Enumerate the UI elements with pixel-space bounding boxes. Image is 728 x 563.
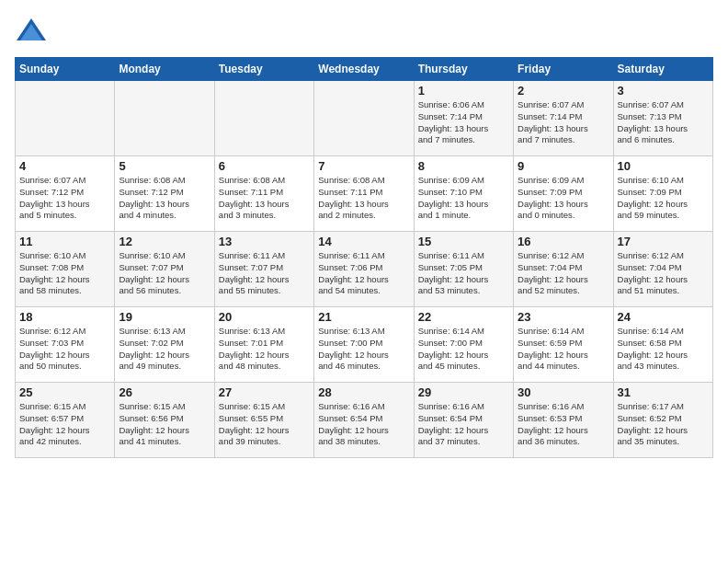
calendar-cell bbox=[115, 81, 214, 156]
weekday-header: Thursday bbox=[414, 58, 513, 81]
day-number: 26 bbox=[119, 385, 210, 399]
header-row: SundayMondayTuesdayWednesdayThursdayFrid… bbox=[16, 58, 713, 81]
day-info: Sunrise: 6:14 AMSunset: 7:00 PMDaylight:… bbox=[418, 326, 509, 373]
calendar-cell: 19Sunrise: 6:13 AMSunset: 7:02 PMDayligh… bbox=[115, 307, 214, 383]
page-container: SundayMondayTuesdayWednesdayThursdayFrid… bbox=[0, 0, 728, 465]
day-info: Sunrise: 6:10 AMSunset: 7:09 PMDaylight:… bbox=[618, 175, 709, 222]
day-info: Sunrise: 6:13 AMSunset: 7:01 PMDaylight:… bbox=[219, 326, 310, 373]
calendar-cell: 11Sunrise: 6:10 AMSunset: 7:08 PMDayligh… bbox=[16, 232, 115, 307]
calendar-cell: 3Sunrise: 6:07 AMSunset: 7:13 PMDaylight… bbox=[613, 81, 712, 156]
day-info: Sunrise: 6:16 AMSunset: 6:53 PMDaylight:… bbox=[518, 401, 609, 448]
calendar-cell: 17Sunrise: 6:12 AMSunset: 7:04 PMDayligh… bbox=[613, 232, 712, 307]
calendar-cell: 16Sunrise: 6:12 AMSunset: 7:04 PMDayligh… bbox=[514, 232, 613, 307]
day-number: 16 bbox=[518, 235, 609, 248]
calendar-cell bbox=[214, 81, 313, 156]
day-number: 9 bbox=[518, 159, 609, 173]
day-number: 20 bbox=[219, 310, 310, 324]
day-number: 23 bbox=[518, 310, 609, 324]
day-info: Sunrise: 6:15 AMSunset: 6:56 PMDaylight:… bbox=[119, 401, 210, 448]
calendar-cell: 1Sunrise: 6:06 AMSunset: 7:14 PMDaylight… bbox=[414, 81, 513, 156]
weekday-header: Tuesday bbox=[214, 58, 313, 81]
day-info: Sunrise: 6:11 AMSunset: 7:06 PMDaylight:… bbox=[318, 250, 409, 297]
day-number: 22 bbox=[418, 310, 509, 324]
calendar-cell: 26Sunrise: 6:15 AMSunset: 6:56 PMDayligh… bbox=[115, 383, 214, 458]
day-number: 7 bbox=[318, 159, 409, 173]
day-info: Sunrise: 6:15 AMSunset: 6:55 PMDaylight:… bbox=[219, 401, 310, 448]
calendar-cell: 28Sunrise: 6:16 AMSunset: 6:54 PMDayligh… bbox=[314, 383, 414, 458]
calendar-cell: 21Sunrise: 6:13 AMSunset: 7:00 PMDayligh… bbox=[314, 307, 414, 383]
calendar-week: 1Sunrise: 6:06 AMSunset: 7:14 PMDaylight… bbox=[16, 81, 713, 156]
day-info: Sunrise: 6:16 AMSunset: 6:54 PMDaylight:… bbox=[318, 401, 409, 448]
day-number: 24 bbox=[618, 310, 709, 324]
calendar-cell: 6Sunrise: 6:08 AMSunset: 7:11 PMDaylight… bbox=[214, 156, 313, 232]
day-number: 30 bbox=[518, 385, 609, 399]
day-number: 6 bbox=[219, 159, 310, 173]
calendar-cell: 25Sunrise: 6:15 AMSunset: 6:57 PMDayligh… bbox=[16, 383, 115, 458]
day-number: 8 bbox=[418, 159, 509, 173]
day-info: Sunrise: 6:12 AMSunset: 7:03 PMDaylight:… bbox=[19, 326, 110, 373]
calendar-cell: 22Sunrise: 6:14 AMSunset: 7:00 PMDayligh… bbox=[414, 307, 513, 383]
calendar-cell: 2Sunrise: 6:07 AMSunset: 7:14 PMDaylight… bbox=[514, 81, 613, 156]
weekday-header: Saturday bbox=[613, 58, 712, 81]
day-info: Sunrise: 6:08 AMSunset: 7:11 PMDaylight:… bbox=[219, 175, 310, 222]
calendar-cell: 18Sunrise: 6:12 AMSunset: 7:03 PMDayligh… bbox=[16, 307, 115, 383]
day-info: Sunrise: 6:08 AMSunset: 7:11 PMDaylight:… bbox=[318, 175, 409, 222]
calendar-cell: 30Sunrise: 6:16 AMSunset: 6:53 PMDayligh… bbox=[514, 383, 613, 458]
day-info: Sunrise: 6:15 AMSunset: 6:57 PMDaylight:… bbox=[19, 401, 110, 448]
day-info: Sunrise: 6:07 AMSunset: 7:14 PMDaylight:… bbox=[518, 99, 609, 146]
day-number: 31 bbox=[618, 385, 709, 399]
day-number: 21 bbox=[318, 310, 409, 324]
weekday-header: Monday bbox=[115, 58, 214, 81]
day-number: 27 bbox=[219, 385, 310, 399]
day-info: Sunrise: 6:12 AMSunset: 7:04 PMDaylight:… bbox=[518, 250, 609, 297]
calendar-cell: 7Sunrise: 6:08 AMSunset: 7:11 PMDaylight… bbox=[314, 156, 414, 232]
day-info: Sunrise: 6:10 AMSunset: 7:08 PMDaylight:… bbox=[19, 250, 110, 297]
calendar-cell: 15Sunrise: 6:11 AMSunset: 7:05 PMDayligh… bbox=[414, 232, 513, 307]
day-number: 11 bbox=[19, 235, 110, 248]
weekday-header: Friday bbox=[514, 58, 613, 81]
logo bbox=[15, 15, 51, 48]
day-number: 5 bbox=[119, 159, 210, 173]
day-info: Sunrise: 6:17 AMSunset: 6:52 PMDaylight:… bbox=[618, 401, 709, 448]
day-number: 3 bbox=[618, 84, 709, 98]
day-info: Sunrise: 6:12 AMSunset: 7:04 PMDaylight:… bbox=[618, 250, 709, 297]
page-header bbox=[15, 15, 713, 48]
calendar-cell bbox=[314, 81, 414, 156]
day-info: Sunrise: 6:16 AMSunset: 6:54 PMDaylight:… bbox=[418, 401, 509, 448]
calendar-cell: 24Sunrise: 6:14 AMSunset: 6:58 PMDayligh… bbox=[613, 307, 712, 383]
day-info: Sunrise: 6:13 AMSunset: 7:00 PMDaylight:… bbox=[318, 326, 409, 373]
calendar-week: 18Sunrise: 6:12 AMSunset: 7:03 PMDayligh… bbox=[16, 307, 713, 383]
day-info: Sunrise: 6:13 AMSunset: 7:02 PMDaylight:… bbox=[119, 326, 210, 373]
day-number: 4 bbox=[19, 159, 110, 173]
calendar-header: SundayMondayTuesdayWednesdayThursdayFrid… bbox=[16, 58, 713, 81]
day-info: Sunrise: 6:06 AMSunset: 7:14 PMDaylight:… bbox=[418, 99, 509, 146]
calendar-week: 11Sunrise: 6:10 AMSunset: 7:08 PMDayligh… bbox=[16, 232, 713, 307]
calendar-cell: 27Sunrise: 6:15 AMSunset: 6:55 PMDayligh… bbox=[214, 383, 313, 458]
calendar-table: SundayMondayTuesdayWednesdayThursdayFrid… bbox=[15, 57, 713, 458]
day-info: Sunrise: 6:07 AMSunset: 7:13 PMDaylight:… bbox=[618, 99, 709, 146]
day-number: 14 bbox=[318, 235, 409, 248]
day-number: 28 bbox=[318, 385, 409, 399]
day-info: Sunrise: 6:11 AMSunset: 7:05 PMDaylight:… bbox=[418, 250, 509, 297]
calendar-cell: 20Sunrise: 6:13 AMSunset: 7:01 PMDayligh… bbox=[214, 307, 313, 383]
calendar-cell: 9Sunrise: 6:09 AMSunset: 7:09 PMDaylight… bbox=[514, 156, 613, 232]
calendar-cell bbox=[16, 81, 115, 156]
calendar-cell: 5Sunrise: 6:08 AMSunset: 7:12 PMDaylight… bbox=[115, 156, 214, 232]
calendar-week: 25Sunrise: 6:15 AMSunset: 6:57 PMDayligh… bbox=[16, 383, 713, 458]
day-number: 25 bbox=[19, 385, 110, 399]
calendar-cell: 10Sunrise: 6:10 AMSunset: 7:09 PMDayligh… bbox=[613, 156, 712, 232]
calendar-cell: 4Sunrise: 6:07 AMSunset: 7:12 PMDaylight… bbox=[16, 156, 115, 232]
day-info: Sunrise: 6:10 AMSunset: 7:07 PMDaylight:… bbox=[119, 250, 210, 297]
calendar-cell: 29Sunrise: 6:16 AMSunset: 6:54 PMDayligh… bbox=[414, 383, 513, 458]
day-number: 17 bbox=[618, 235, 709, 248]
day-info: Sunrise: 6:07 AMSunset: 7:12 PMDaylight:… bbox=[19, 175, 110, 222]
day-info: Sunrise: 6:14 AMSunset: 6:59 PMDaylight:… bbox=[518, 326, 609, 373]
calendar-cell: 13Sunrise: 6:11 AMSunset: 7:07 PMDayligh… bbox=[214, 232, 313, 307]
day-number: 15 bbox=[418, 235, 509, 248]
calendar-body: 1Sunrise: 6:06 AMSunset: 7:14 PMDaylight… bbox=[16, 81, 713, 458]
day-number: 13 bbox=[219, 235, 310, 248]
calendar-cell: 23Sunrise: 6:14 AMSunset: 6:59 PMDayligh… bbox=[514, 307, 613, 383]
day-number: 10 bbox=[618, 159, 709, 173]
day-info: Sunrise: 6:08 AMSunset: 7:12 PMDaylight:… bbox=[119, 175, 210, 222]
day-info: Sunrise: 6:09 AMSunset: 7:10 PMDaylight:… bbox=[418, 175, 509, 222]
